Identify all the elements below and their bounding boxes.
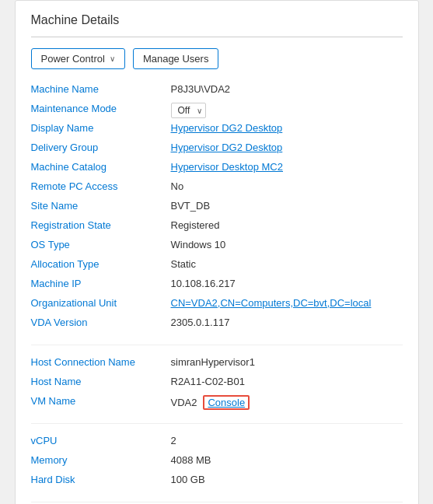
vcpu-label: vCPU [31, 435, 171, 446]
remote-pc-value: No [171, 180, 403, 192]
host-divider [31, 345, 403, 345]
machine-ip-label: Machine IP [31, 278, 171, 289]
vm-name-label: VM Name [31, 395, 171, 407]
display-name-value[interactable]: Hypervisor DG2 Desktop [171, 122, 403, 134]
vm-name-value: VDA2 [171, 397, 197, 408]
power-control-button[interactable]: Power Control ∨ [31, 48, 125, 69]
hard-disk-label: Hard Disk [31, 474, 171, 485]
host-connection-label: Host Connection Name [31, 356, 171, 368]
vda-version-value: 2305.0.1.117 [171, 317, 403, 328]
site-name-value: BVT_DB [171, 200, 403, 212]
org-unit-value[interactable]: CN=VDA2,CN=Computers,DC=bvt,DC=local [171, 297, 403, 309]
allocation-type-label: Allocation Type [31, 258, 171, 270]
machine-catalog-label: Machine Catalog [31, 161, 171, 173]
host-section: Host Connection Name simranHypervisor1 H… [31, 356, 403, 411]
display-name-row: Display Name Hypervisor DG2 Desktop [31, 122, 403, 138]
remote-pc-label: Remote PC Access [31, 180, 171, 192]
memory-row: Memory 4088 MB [31, 454, 403, 470]
memory-label: Memory [31, 454, 171, 466]
power-control-label: Power Control [41, 53, 105, 65]
manage-users-button[interactable]: Manage Users [133, 48, 219, 69]
os-type-label: OS Type [31, 239, 171, 250]
maintenance-select-wrapper[interactable]: Off On [171, 103, 206, 118]
disk-divider [31, 502, 403, 502]
delivery-group-row: Delivery Group Hypervisor DG2 Desktop [31, 142, 403, 157]
machine-ip-value: 10.108.16.217 [171, 278, 403, 289]
chevron-down-icon: ∨ [110, 54, 115, 63]
vm-name-container: VDA2 Console [171, 395, 403, 410]
display-name-label: Display Name [31, 122, 171, 134]
hard-disk-value: 100 GB [171, 474, 403, 485]
vcpu-value: 2 [171, 435, 403, 446]
maintenance-mode-row: Maintenance Mode Off On [31, 103, 403, 118]
manage-users-label: Manage Users [143, 53, 209, 65]
maintenance-mode-value: Off On [171, 103, 403, 118]
machine-name-label: Machine Name [31, 83, 171, 95]
allocation-type-value: Static [171, 258, 403, 270]
specs-divider [31, 423, 403, 424]
delivery-group-value[interactable]: Hypervisor DG2 Desktop [171, 142, 403, 153]
toolbar: Power Control ∨ Manage Users [31, 48, 403, 69]
registration-state-row: Registration State Registered [31, 219, 403, 235]
host-name-label: Host Name [31, 376, 171, 387]
machine-catalog-value[interactable]: Hypervisor Desktop MC2 [171, 161, 403, 173]
host-connection-value: simranHypervisor1 [171, 356, 403, 368]
vm-name-row: VM Name VDA2 Console [31, 395, 403, 411]
site-name-row: Site Name BVT_DB [31, 200, 403, 215]
machine-catalog-row: Machine Catalog Hypervisor Desktop MC2 [31, 161, 403, 177]
delivery-group-label: Delivery Group [31, 142, 171, 153]
title-divider [31, 37, 403, 37]
memory-value: 4088 MB [171, 454, 403, 466]
specs-section: vCPU 2 Memory 4088 MB Hard Disk 100 GB [31, 435, 403, 489]
allocation-type-row: Allocation Type Static [31, 258, 403, 274]
org-unit-label: Organizational Unit [31, 297, 171, 309]
org-unit-row: Organizational Unit CN=VDA2,CN=Computers… [31, 297, 403, 313]
vda-version-label: VDA Version [31, 317, 171, 328]
machine-name-value: P8J3U\VDA2 [171, 83, 403, 95]
registration-state-value: Registered [171, 219, 403, 231]
os-type-value: Windows 10 [171, 239, 403, 250]
machine-details-section: Machine Name P8J3U\VDA2 Maintenance Mode… [31, 83, 403, 332]
maintenance-mode-select[interactable]: Off On [171, 103, 206, 118]
host-name-row: Host Name R2A11-C02-B01 [31, 376, 403, 391]
maintenance-mode-label: Maintenance Mode [31, 103, 171, 114]
machine-name-row: Machine Name P8J3U\VDA2 [31, 83, 403, 99]
console-link[interactable]: Console [203, 395, 250, 410]
machine-details-card: Machine Details Power Control ∨ Manage U… [15, 0, 419, 504]
site-name-label: Site Name [31, 200, 171, 212]
vda-version-row: VDA Version 2305.0.1.117 [31, 317, 403, 332]
vcpu-row: vCPU 2 [31, 435, 403, 450]
os-type-row: OS Type Windows 10 [31, 239, 403, 254]
machine-ip-row: Machine IP 10.108.16.217 [31, 278, 403, 293]
host-name-value: R2A11-C02-B01 [171, 376, 403, 387]
remote-pc-row: Remote PC Access No [31, 180, 403, 196]
registration-state-label: Registration State [31, 219, 171, 231]
hard-disk-row: Hard Disk 100 GB [31, 474, 403, 489]
page-title: Machine Details [31, 13, 403, 27]
host-connection-row: Host Connection Name simranHypervisor1 [31, 356, 403, 372]
